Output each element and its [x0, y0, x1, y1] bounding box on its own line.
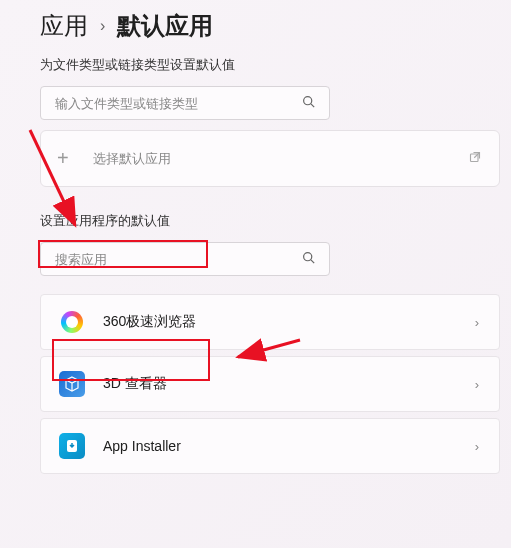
- app-item-3dviewer[interactable]: 3D 查看器 ›: [40, 356, 500, 412]
- chevron-right-icon: ›: [475, 377, 479, 392]
- filetype-search-input[interactable]: [55, 96, 302, 111]
- svg-point-3: [304, 253, 312, 261]
- chevron-right-icon: ›: [475, 315, 479, 330]
- appinstaller-icon: [59, 433, 85, 459]
- select-default-label: 选择默认应用: [93, 150, 171, 168]
- app-search-field[interactable]: [40, 242, 330, 276]
- svg-point-0: [304, 97, 312, 105]
- app-label: App Installer: [103, 438, 181, 454]
- app-label: 3D 查看器: [103, 375, 167, 393]
- open-link-icon: [469, 151, 481, 166]
- search-icon: [302, 251, 315, 267]
- select-default-app-card[interactable]: + 选择默认应用: [40, 130, 500, 187]
- app-item-appinstaller[interactable]: App Installer ›: [40, 418, 500, 474]
- subtitle-text: 为文件类型或链接类型设置默认值: [40, 56, 501, 74]
- cube-icon: [59, 371, 85, 397]
- search-icon: [302, 95, 315, 111]
- filetype-search-field[interactable]: [40, 86, 330, 120]
- svg-line-4: [311, 260, 314, 263]
- breadcrumb: 应用 › 默认应用: [40, 10, 501, 42]
- section-title: 设置应用程序的默认值: [40, 212, 170, 230]
- chevron-right-icon: ›: [475, 439, 479, 454]
- svg-line-1: [311, 104, 314, 107]
- app-label: 360极速浏览器: [103, 313, 196, 331]
- chevron-right-icon: ›: [100, 17, 105, 35]
- breadcrumb-parent[interactable]: 应用: [40, 10, 88, 42]
- app-search-input[interactable]: [55, 252, 302, 267]
- breadcrumb-current: 默认应用: [117, 10, 213, 42]
- 360-icon: [59, 309, 85, 335]
- app-item-360[interactable]: 360极速浏览器 ›: [40, 294, 500, 350]
- plus-icon: +: [57, 147, 69, 170]
